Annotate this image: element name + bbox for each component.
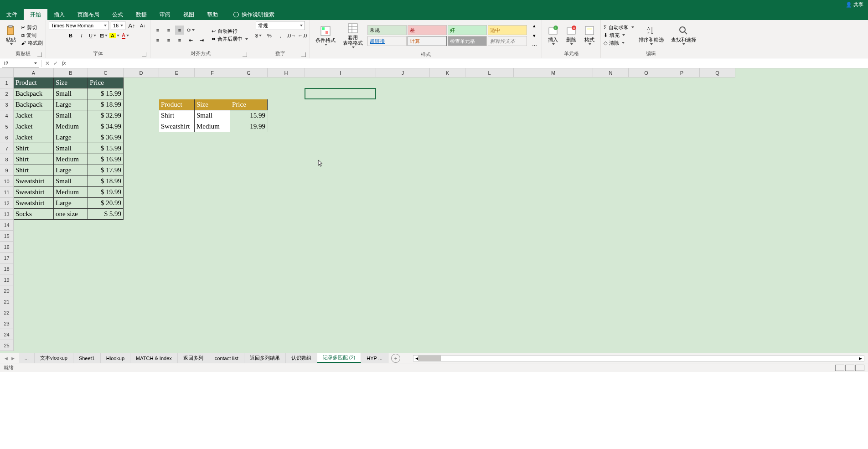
cell-C2[interactable]: $ 15.99 bbox=[88, 88, 124, 99]
row-header-16[interactable]: 16 bbox=[0, 242, 14, 253]
cell-A8[interactable]: Shirt bbox=[14, 154, 54, 165]
align-bottom-button[interactable]: ≡ bbox=[175, 26, 184, 35]
row-header-1[interactable]: 1 bbox=[0, 77, 14, 88]
row-header-4[interactable]: 4 bbox=[0, 110, 14, 121]
cell-A4[interactable]: Jacket bbox=[14, 110, 54, 121]
tab-formulas[interactable]: 公式 bbox=[106, 9, 129, 20]
font-size-combo[interactable]: 16 bbox=[111, 21, 125, 30]
cell-B12[interactable]: Large bbox=[54, 198, 88, 209]
row-header-18[interactable]: 18 bbox=[0, 263, 14, 274]
align-top-button[interactable]: ≡ bbox=[153, 26, 162, 35]
col-header-J[interactable]: J bbox=[376, 68, 430, 77]
cell-E4[interactable]: Shirt bbox=[159, 110, 195, 121]
grow-font-button[interactable]: A↑ bbox=[127, 21, 136, 30]
insert-function-button[interactable]: fx bbox=[60, 59, 68, 67]
col-header-K[interactable]: K bbox=[430, 68, 465, 77]
row-header-12[interactable]: 12 bbox=[0, 198, 14, 209]
cell-F3[interactable]: Size bbox=[195, 99, 230, 110]
insert-cells-button[interactable]: + 插入 bbox=[545, 24, 561, 46]
row-header-20[interactable]: 20 bbox=[0, 285, 14, 296]
row-header-24[interactable]: 24 bbox=[0, 329, 14, 340]
share-button[interactable]: 👤 共享 bbox=[846, 1, 863, 8]
format-painter-button[interactable]: 🖌格式刷 bbox=[21, 40, 43, 46]
row-header-5[interactable]: 5 bbox=[0, 121, 14, 132]
normal-view-button[interactable] bbox=[835, 365, 844, 371]
style-bad[interactable]: 差 bbox=[408, 25, 447, 35]
cell-C9[interactable]: $ 17.99 bbox=[88, 165, 124, 176]
cell-A5[interactable]: Jacket bbox=[14, 121, 54, 132]
sheet-tab[interactable]: 返回多列结果 bbox=[244, 353, 286, 363]
cancel-formula-button[interactable]: ✕ bbox=[43, 59, 52, 67]
fill-button[interactable]: ⬇填充 bbox=[604, 32, 634, 39]
style-normal[interactable]: 常规 bbox=[367, 25, 407, 35]
cell-C7[interactable]: $ 15.99 bbox=[88, 143, 124, 154]
cut-button[interactable]: ✂剪切 bbox=[21, 24, 43, 31]
cell-B2[interactable]: Small bbox=[54, 88, 88, 99]
sheet-nav-prev[interactable]: ◄ bbox=[4, 356, 9, 361]
cell-C13[interactable]: $ 5.99 bbox=[88, 209, 124, 220]
cell-B8[interactable]: Medium bbox=[54, 154, 88, 165]
cell-B6[interactable]: Large bbox=[54, 132, 88, 143]
sheet-nav-next[interactable]: ► bbox=[10, 356, 16, 361]
delete-cells-button[interactable]: × 删除 bbox=[563, 24, 579, 46]
clear-button[interactable]: ◇清除 bbox=[604, 40, 634, 46]
accept-formula-button[interactable]: ✓ bbox=[52, 59, 60, 67]
row-header-17[interactable]: 17 bbox=[0, 253, 14, 263]
gallery-more-button[interactable]: ⋯ bbox=[530, 41, 539, 50]
page-break-view-button[interactable] bbox=[855, 365, 864, 371]
sheet-tab[interactable]: 记录多匹配 (2) bbox=[317, 353, 362, 363]
cell-A6[interactable]: Jacket bbox=[14, 132, 54, 143]
tell-me-search[interactable]: 操作说明搜索 bbox=[233, 11, 274, 19]
increase-decimal-button[interactable]: .0→ bbox=[287, 31, 296, 40]
gallery-up-button[interactable]: ▴ bbox=[530, 21, 539, 30]
tab-review[interactable]: 审阅 bbox=[153, 9, 177, 20]
add-sheet-button[interactable]: + bbox=[391, 354, 400, 363]
horizontal-scrollbar[interactable]: ◄► bbox=[413, 355, 864, 361]
select-all-corner[interactable] bbox=[0, 68, 14, 77]
cell-C11[interactable]: $ 19.99 bbox=[88, 187, 124, 198]
col-header-N[interactable]: N bbox=[593, 68, 629, 77]
sheet-tab[interactable]: HYP ... bbox=[361, 353, 388, 363]
cell-B7[interactable]: Small bbox=[54, 143, 88, 154]
row-header-21[interactable]: 21 bbox=[0, 296, 14, 307]
bold-button[interactable]: B bbox=[66, 31, 75, 40]
cell-C1[interactable]: Price bbox=[88, 77, 124, 88]
row-header-23[interactable]: 23 bbox=[0, 318, 14, 329]
sheet-tab[interactable]: 文本vlookup bbox=[35, 353, 73, 363]
cell-B4[interactable]: Small bbox=[54, 110, 88, 121]
cell-C10[interactable]: $ 18.99 bbox=[88, 176, 124, 187]
style-explain[interactable]: 解释性文本 bbox=[488, 36, 527, 46]
row-header-22[interactable]: 22 bbox=[0, 307, 14, 318]
cell-B3[interactable]: Large bbox=[54, 99, 88, 110]
font-color-button[interactable]: A bbox=[121, 31, 130, 40]
row-header-13[interactable]: 13 bbox=[0, 209, 14, 220]
tab-file[interactable]: 文件 bbox=[0, 9, 24, 20]
dialog-launcher-icon[interactable] bbox=[142, 52, 146, 57]
tab-layout[interactable]: 页面布局 bbox=[71, 9, 106, 20]
cell-G4[interactable]: 15.99 bbox=[230, 110, 268, 121]
cell-A13[interactable]: Socks bbox=[14, 209, 54, 220]
align-left-button[interactable]: ≡ bbox=[153, 36, 162, 45]
col-header-B[interactable]: B bbox=[54, 68, 88, 77]
cell-A9[interactable]: Shirt bbox=[14, 165, 54, 176]
italic-button[interactable]: I bbox=[77, 31, 86, 40]
row-header-25[interactable]: 25 bbox=[0, 340, 14, 351]
cell-C5[interactable]: $ 34.99 bbox=[88, 121, 124, 132]
col-header-F[interactable]: F bbox=[195, 68, 230, 77]
dialog-launcher-icon[interactable] bbox=[37, 52, 42, 57]
tab-home[interactable]: 开始 bbox=[24, 9, 47, 20]
tab-view[interactable]: 视图 bbox=[177, 9, 201, 20]
cell-B11[interactable]: Medium bbox=[54, 187, 88, 198]
cell-A11[interactable]: Sweatshirt bbox=[14, 187, 54, 198]
indent-increase-button[interactable]: ⇥ bbox=[197, 36, 206, 45]
col-header-Q[interactable]: Q bbox=[700, 68, 735, 77]
col-header-P[interactable]: P bbox=[664, 68, 700, 77]
scroll-thumb[interactable] bbox=[418, 356, 441, 361]
row-header-3[interactable]: 3 bbox=[0, 99, 14, 110]
decrease-decimal-button[interactable]: ←.0 bbox=[298, 31, 307, 40]
cell-C8[interactable]: $ 16.99 bbox=[88, 154, 124, 165]
percent-button[interactable]: % bbox=[265, 31, 274, 40]
row-header-11[interactable]: 11 bbox=[0, 187, 14, 198]
style-hyperlink[interactable]: 超链接 bbox=[367, 36, 407, 46]
border-button[interactable]: ⊞ bbox=[99, 31, 108, 40]
